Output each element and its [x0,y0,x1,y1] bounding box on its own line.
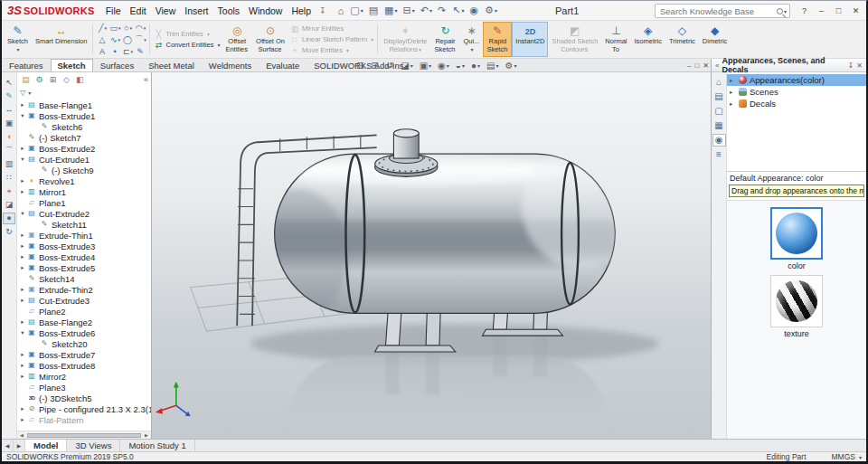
expand-arrow[interactable]: ▸ [730,89,736,96]
ellipse-tool[interactable]: ◯ [121,33,134,45]
rebuild-icon[interactable]: ◉ [467,2,482,20]
measure-tool-icon[interactable]: ⌖ [3,185,15,197]
sketch-tool-icon[interactable]: ✎ [3,90,15,102]
command-tab[interactable]: Sketch [51,59,93,71]
top-nozzle-flange[interactable] [375,129,438,177]
expand-arrow[interactable]: ▸ [730,100,736,108]
command-tab[interactable]: Features [2,59,51,71]
expand-arrow[interactable]: ▸ [19,351,26,358]
display-delete-relations-button[interactable]: Display/Delete Relations▾ [380,22,430,57]
scroll-right-arrow[interactable]: ▶ [142,432,151,438]
expand-arrow[interactable]: ▸ [730,77,736,84]
command-tab[interactable]: Evaluate [259,59,307,71]
move-entities-button[interactable]: Move Entities ▾ [290,46,373,55]
redo-icon[interactable]: ↷ [435,2,449,20]
menu-item[interactable]: Help [287,3,316,19]
tree-item[interactable]: (-) Sketch7 [17,132,151,143]
new-document-icon[interactable]: ▢▾ [347,2,365,20]
filter-funnel-icon[interactable]: ▽ [20,89,25,97]
help-button[interactable]: ? [796,3,813,19]
line-tool[interactable]: ╱▾ [96,22,108,33]
tree-item[interactable]: Sketch20 [17,338,151,349]
tree-item[interactable]: Sketch14 [17,273,151,284]
tree-item[interactable]: Plane3 [17,382,151,393]
menu-item[interactable]: View [151,3,181,19]
expand-arrow[interactable]: ▸ [19,101,26,109]
search-caret[interactable]: ▾ [784,8,787,14]
rotate-tool-icon[interactable]: ↻ [3,226,15,238]
tree-item[interactable]: ▸ Extrude-Thin1 [17,230,151,241]
tree-item[interactable]: ▸ Boss-Extrude4 [17,251,151,262]
zoom-area-button[interactable]: ⊞ [371,61,379,71]
offset-entities-button[interactable]: Offset Entities [222,22,252,57]
hide-show-items-button[interactable]: ◒▾ [456,61,465,71]
tree-item[interactable]: ▸ Flat-Pattern [17,414,151,425]
fillet-tool[interactable]: ⌒▾ [134,33,146,45]
tree-item[interactable]: ▸ Mirror2 [17,371,151,382]
display-style-button[interactable]: ◉▾ [438,61,449,71]
tree-item[interactable]: ▸ Pipe - configured 21.3 X 2.3(1) [17,403,151,414]
expand-arrow[interactable]: ▸ [19,232,26,239]
color-appearance-thumb[interactable] [770,207,823,260]
tree-item[interactable]: ▸ Boss-Extrude5 [17,262,151,273]
pattern-tool-icon[interactable]: ∷ [3,172,15,184]
instant2d-button[interactable]: Instant2D [512,22,548,57]
view-palette-tab[interactable]: ▦ [712,119,726,132]
rectangle-tool[interactable]: ▭▾ [108,22,121,33]
tab-scroll-right[interactable]: ▶ [14,440,25,451]
document-tab[interactable]: Model [25,440,67,451]
doc-close-button[interactable]: ✕ [703,62,709,70]
filter-caret[interactable]: ▾ [28,90,31,96]
expand-arrow[interactable]: ▸ [19,362,26,369]
spline-tool[interactable]: ∿▾ [108,33,121,45]
revolve-tool-icon[interactable]: ◖ [3,131,15,143]
convert-entities-button[interactable]: Convert Entities ▾ [154,41,220,50]
tree-item[interactable]: ▸ Boss-Extrude7 [17,349,151,360]
print-icon[interactable]: ⊟▾ [400,2,417,20]
command-tab[interactable]: Surfaces [93,59,142,71]
restore-button[interactable]: □ [830,3,847,19]
document-tab[interactable]: Motion Study 1 [120,440,194,451]
dimxpertmanager-tab[interactable]: ◇ [61,74,72,85]
zoom-fit-button[interactable]: ⊡ [356,61,364,71]
appearances-tab[interactable]: ◉ [712,134,726,147]
view-orientation-button[interactable]: ▣▾ [420,61,431,71]
minimize-button[interactable]: – [813,3,830,19]
close-button[interactable]: ✕ [847,3,864,19]
scrollbar-thumb[interactable] [27,433,141,438]
tree-item[interactable]: (-) 3DSketch5 [17,393,151,403]
tree-item[interactable]: (-) Sketch9 [17,165,151,175]
dimension-tool-icon[interactable]: ↔ [3,104,15,116]
slot-tool[interactable]: ⊏▾ [121,45,134,57]
expand-arrow[interactable]: ▸ [19,286,26,293]
apply-scene-button[interactable]: ▤▾ [486,61,498,71]
units-indicator[interactable]: MMGS [832,452,855,461]
extrude-tool-icon[interactable]: ▣ [3,118,15,129]
open-icon[interactable]: ▤ [366,2,382,20]
configurationmanager-tab[interactable]: ⊞ [47,74,59,85]
isometric-button[interactable]: Isometric [631,22,665,57]
select-icon[interactable]: ↖▾ [449,2,467,20]
tree-item[interactable]: ▸ Base-Flange2 [17,317,151,327]
undo-icon[interactable]: ↶▾ [418,2,435,20]
command-tab[interactable]: Sheet Metal [141,59,202,71]
menu-item[interactable]: Tools [213,3,245,19]
file-explorer-tab[interactable]: ▢ [712,105,726,118]
custom-properties-tab[interactable]: ≡ [712,148,726,161]
quick-snaps-button[interactable]: Qui... ▾ [459,22,483,57]
circle-tool[interactable]: ○▾ [121,22,134,33]
tree-item[interactable]: ▾ Cut-Extrude1 [17,154,151,165]
appearance-tool-icon[interactable]: ● [3,213,15,224]
tree-item[interactable]: ▸ Revolve1 [17,175,151,186]
tree-item[interactable]: Plane1 [17,197,151,208]
menu-item[interactable]: Edit [126,3,151,19]
view-settings-button[interactable]: ⚙▾ [505,61,516,71]
select-tool-icon[interactable]: ↖ [3,77,15,89]
tree-item[interactable]: ▸ Cut-Extrude3 [17,295,151,306]
fillet-tool-icon[interactable]: ⌒ [3,145,15,156]
tree-item[interactable]: ▸ Boss-Extrude2 [17,143,151,154]
mirror-tool-icon[interactable]: ▥ [3,158,15,170]
panel-collapse-button[interactable]: « [144,75,148,84]
scenes-node[interactable]: ▸ Scenes [727,86,866,98]
edit-appearance-button[interactable]: ●▾ [471,61,480,71]
